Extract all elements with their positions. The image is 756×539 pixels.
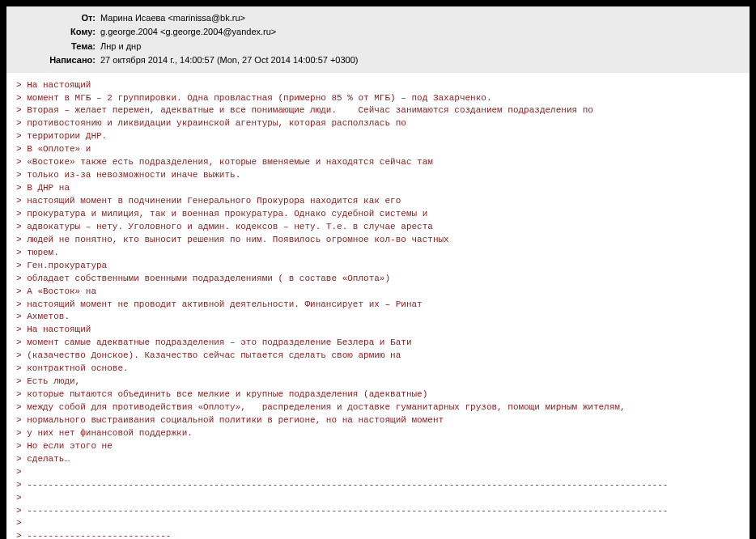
- quoted-line: > В «Оплоте» и: [16, 143, 740, 156]
- subject-label: Тема:: [6, 40, 99, 53]
- email-container: От: Марина Исаева <marinissa@bk.ru> Кому…: [6, 6, 750, 539]
- quoted-line: > территории ДНР.: [16, 130, 740, 143]
- quoted-line: > Есть люди,: [16, 376, 740, 388]
- quoted-line: > ---------------------------: [16, 530, 740, 539]
- quoted-line: > нормального выстраивания социальной по…: [16, 414, 740, 427]
- quoted-line: >: [16, 517, 740, 530]
- quoted-line: > противостоянию и ликвидации украинской…: [16, 117, 740, 130]
- quoted-line: > сделать…: [16, 453, 740, 466]
- quoted-line: > адвокатуры – нету. Уголовного и админ.…: [16, 221, 740, 234]
- to-value: g.george.2004 <g.george.2004@yandex.ru>: [99, 26, 276, 38]
- quoted-line: > На настоящий: [16, 324, 740, 337]
- quoted-line: > контрактной основе.: [16, 363, 740, 376]
- quoted-line: > На настоящий: [16, 79, 740, 92]
- quoted-line: > момент в МГБ – 2 группировки. Одна про…: [16, 92, 740, 105]
- quoted-line: > у них нет финансовой поддержки.: [16, 427, 740, 440]
- quoted-line: > настоящий момент не проводит активной …: [16, 299, 740, 312]
- to-label: Кому:: [6, 26, 99, 38]
- header-row-to: Кому: g.george.2004 <g.george.2004@yande…: [6, 25, 750, 39]
- email-header: От: Марина Исаева <marinissa@bk.ru> Кому…: [6, 6, 750, 73]
- quoted-line: >: [16, 466, 740, 479]
- quoted-line: > В ДНР на: [16, 182, 740, 195]
- quoted-line: > только из-за невозможности иначе выжит…: [16, 169, 740, 182]
- quoted-line: > людей не понятно, кто выносит решения …: [16, 234, 740, 247]
- date-value: 27 октября 2014 г., 14:00:57 (Mon, 27 Oc…: [99, 54, 358, 66]
- quoted-line: > обладает собственными военными подразд…: [16, 273, 740, 286]
- quoted-line: > (казачество Донское). Казачество сейча…: [16, 350, 740, 363]
- quoted-line: > А «Восток» на: [16, 286, 740, 299]
- quoted-line: > тюрем.: [16, 247, 740, 260]
- quoted-line: > которые пытаются объединить все мелкие…: [16, 388, 740, 401]
- date-label: Написано:: [6, 54, 99, 66]
- from-value: Марина Исаева <marinissa@bk.ru>: [99, 12, 245, 24]
- quoted-line: > настоящий момент в подчинении Генераль…: [16, 195, 740, 208]
- from-label: От:: [6, 12, 99, 24]
- quoted-line: > Но если этого не: [16, 440, 740, 453]
- quoted-line: >: [16, 492, 740, 505]
- quoted-line: > момент самые адекватные подразделения …: [16, 337, 740, 350]
- quoted-line: > прокуратура и милиция, так и военная п…: [16, 208, 740, 221]
- quoted-line: > --------------------------------------…: [16, 479, 740, 492]
- quoted-line: > «Востоке» также есть подразделения, ко…: [16, 156, 740, 169]
- quoted-line: > Ген.прокуратура: [16, 260, 740, 273]
- header-row-subject: Тема: Лнр и днр: [6, 40, 750, 53]
- quoted-line: > Вторая – желает перемен, адекватные и …: [16, 104, 740, 117]
- header-row-date: Написано: 27 октября 2014 г., 14:00:57 (…: [6, 53, 750, 67]
- email-body: > На настоящий> момент в МГБ – 2 группир…: [6, 73, 750, 539]
- header-row-from: От: Марина Исаева <marinissa@bk.ru>: [6, 11, 750, 25]
- quoted-line: > между собой для противодействия «Оплот…: [16, 401, 740, 414]
- quoted-line: > Ахметов.: [16, 311, 740, 324]
- quoted-line: > --------------------------------------…: [16, 505, 740, 518]
- subject-value: Лнр и днр: [99, 40, 141, 53]
